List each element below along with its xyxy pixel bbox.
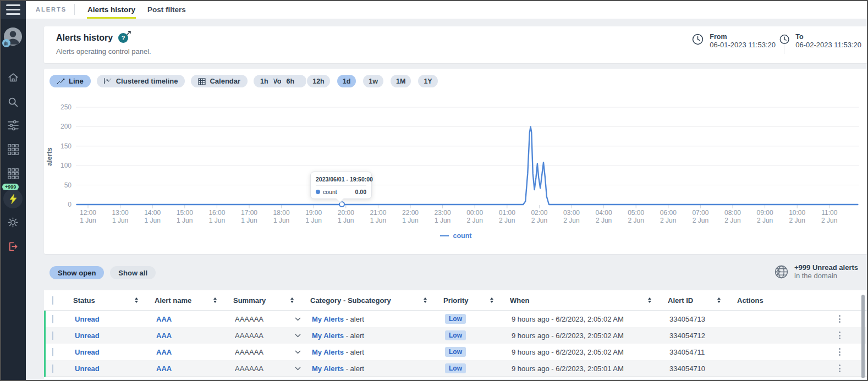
svg-text:2 Jun: 2 Jun xyxy=(660,217,676,224)
column-header-alert-name[interactable]: Alert name xyxy=(155,296,233,305)
series-color-dot xyxy=(316,190,320,194)
table-body: UnreadAAAAAAAAAMy Alerts - alertLow9 hou… xyxy=(44,311,868,377)
column-header-when[interactable]: When xyxy=(510,296,668,305)
svg-text:23:00: 23:00 xyxy=(435,209,451,217)
lightning-icon[interactable] xyxy=(3,189,23,208)
logout-icon[interactable] xyxy=(0,237,26,256)
svg-text:12:00: 12:00 xyxy=(80,209,96,217)
svg-text:50: 50 xyxy=(64,181,72,189)
date-range-from[interactable]: From 06-01-2023 11:53:20 xyxy=(691,33,776,49)
show-open-button[interactable]: Show open xyxy=(50,266,104,279)
alert-id-text: 334054711 xyxy=(669,348,739,356)
tooltip-series-name: count xyxy=(323,189,337,195)
svg-text:2 Jun: 2 Jun xyxy=(531,217,547,224)
svg-text:1 Jun: 1 Jun xyxy=(402,217,418,224)
svg-text:2 Jun: 2 Jun xyxy=(821,217,837,224)
sort-icon[interactable] xyxy=(135,297,138,303)
alert-name-link[interactable]: AAA xyxy=(156,332,172,340)
status-link[interactable]: Unread xyxy=(75,332,100,340)
tab-alerts-history[interactable]: Alerts history xyxy=(81,0,141,19)
chevron-down-icon[interactable] xyxy=(295,367,301,371)
legend-series-label: count xyxy=(453,232,471,240)
alert-name-link[interactable]: AAA xyxy=(156,348,172,356)
svg-text:21:00: 21:00 xyxy=(370,209,386,217)
to-label: To xyxy=(795,33,861,41)
sort-icon[interactable] xyxy=(490,297,493,303)
row-checkbox[interactable] xyxy=(52,348,53,356)
legend-line-swatch xyxy=(440,235,449,236)
category-link[interactable]: My Alerts xyxy=(312,365,344,373)
table-row[interactable]: UnreadAAAAAAAAAMy Alerts - alertLow9 hou… xyxy=(46,360,868,377)
table-row[interactable]: UnreadAAAAAAAAAMy Alerts - alertLow9 hou… xyxy=(46,344,868,360)
filters-icon[interactable] xyxy=(0,116,26,135)
svg-text:09:00: 09:00 xyxy=(757,209,773,217)
sort-icon[interactable] xyxy=(424,297,427,303)
chevron-down-icon[interactable] xyxy=(295,334,301,338)
alerts-table: StatusAlert nameSummaryCategory - Subcat… xyxy=(44,290,868,379)
chevron-down-icon[interactable] xyxy=(295,350,301,354)
question-help-icon[interactable]: ? xyxy=(118,33,128,43)
column-header-summary[interactable]: Summary xyxy=(233,296,310,305)
alerts-app-screen: +999 ALERTS Alerts history Post filters … xyxy=(0,0,868,381)
svg-text:1 Jun: 1 Jun xyxy=(273,217,289,224)
table-row[interactable]: UnreadAAAAAAAAAMy Alerts - alertLow9 hou… xyxy=(46,327,868,344)
status-link[interactable]: Unread xyxy=(75,348,100,356)
table-row[interactable]: UnreadAAAAAAAAAMy Alerts - alertLow9 hou… xyxy=(46,311,868,327)
alert-name-link[interactable]: AAA xyxy=(156,365,172,373)
home-icon[interactable] xyxy=(0,68,26,87)
sort-icon[interactable] xyxy=(717,297,721,303)
apps-grid-icon-2[interactable] xyxy=(0,164,26,183)
status-link[interactable]: Unread xyxy=(75,315,100,323)
row-actions-menu-icon[interactable] xyxy=(836,332,843,339)
row-checkbox[interactable] xyxy=(52,332,53,340)
row-actions-menu-icon[interactable] xyxy=(836,315,843,323)
chart-card: Line Clustered timeline Calendar Voronoi xyxy=(44,69,868,254)
row-actions-menu-icon[interactable] xyxy=(836,365,843,372)
tooltip-value: 0.00 xyxy=(355,189,366,195)
category-link[interactable]: My Alerts xyxy=(312,315,344,323)
svg-text:1 Jun: 1 Jun xyxy=(177,217,193,224)
row-actions-menu-icon[interactable] xyxy=(836,348,843,356)
row-checkbox[interactable] xyxy=(52,315,53,323)
svg-text:01:00: 01:00 xyxy=(499,209,515,217)
svg-text:2 Jun: 2 Jun xyxy=(467,217,483,224)
svg-text:04:00: 04:00 xyxy=(596,209,612,217)
sort-icon[interactable] xyxy=(648,297,651,303)
svg-text:alerts: alerts xyxy=(46,147,53,165)
tab-post-filters[interactable]: Post filters xyxy=(141,0,192,19)
apps-grid-icon[interactable] xyxy=(0,140,26,159)
vertical-scrollbar[interactable] xyxy=(861,295,865,378)
chevron-down-icon[interactable] xyxy=(295,317,301,321)
search-icon[interactable] xyxy=(0,92,26,111)
alert-name-link[interactable]: AAA xyxy=(156,315,172,323)
status-link[interactable]: Unread xyxy=(75,365,100,373)
alerts-line-chart[interactable]: 050100150200250alerts12:001 Jun13:001 Ju… xyxy=(44,69,868,228)
sort-icon[interactable] xyxy=(213,297,217,303)
settings-gear-icon[interactable] xyxy=(0,213,26,231)
chart-legend[interactable]: count xyxy=(44,232,868,240)
svg-text:2 Jun: 2 Jun xyxy=(693,217,708,224)
sort-icon[interactable] xyxy=(290,297,294,303)
svg-text:14:00: 14:00 xyxy=(144,209,161,217)
alert-id-text: 334054713 xyxy=(669,315,739,323)
section-label: ALERTS xyxy=(36,6,67,13)
svg-text:17:00: 17:00 xyxy=(241,209,257,217)
svg-text:00:00: 00:00 xyxy=(466,209,483,217)
column-header-status[interactable]: Status xyxy=(73,296,155,305)
column-header-alert-id[interactable]: Alert ID xyxy=(668,296,737,305)
date-range-to[interactable]: To 06-02-2023 11:53:20 xyxy=(779,33,861,49)
select-all-checkbox[interactable] xyxy=(52,296,53,305)
page-header-card: Alerts history ? Alerts operating contro… xyxy=(44,26,868,63)
category-link[interactable]: My Alerts xyxy=(312,348,344,356)
hamburger-menu-icon[interactable] xyxy=(0,0,26,19)
column-header-actions[interactable]: Actions xyxy=(737,296,868,305)
alerts-filter-toolbar: Show open Show all xyxy=(50,266,156,279)
subcategory-text: - alert xyxy=(346,348,364,356)
svg-text:2 Jun: 2 Jun xyxy=(628,217,644,224)
category-link[interactable]: My Alerts xyxy=(312,332,344,340)
tooltip-timestamp: 2023/06/01 - 19:50:00 xyxy=(316,176,366,186)
row-checkbox[interactable] xyxy=(52,365,53,373)
column-header-priority[interactable]: Priority xyxy=(443,296,510,305)
column-header-category-subcategory[interactable]: Category - Subcategory xyxy=(310,296,443,305)
show-all-button[interactable]: Show all xyxy=(110,266,156,279)
